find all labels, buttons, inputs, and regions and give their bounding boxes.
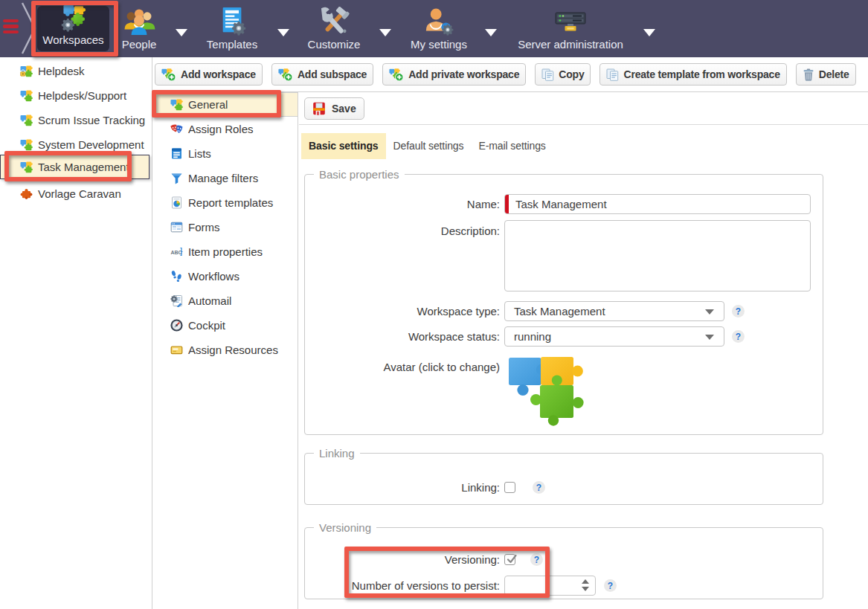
settings-menu-item-report-templates[interactable]: Report templates <box>152 190 298 215</box>
button-label: Copy <box>559 68 584 80</box>
settings-menu-label: Automail <box>188 294 231 307</box>
sidebar-item-helpdesk-support[interactable]: Helpdesk/Support <box>0 83 152 108</box>
copy-pages-icon <box>541 68 554 81</box>
workspace-type-help-icon[interactable]: ? <box>732 305 745 318</box>
customize-dropdown-caret-icon[interactable] <box>379 29 391 36</box>
nav-item-label: Customize <box>308 38 361 51</box>
theater-masks-icon <box>170 123 183 135</box>
sidebar-item-helpdesk[interactable]: Helpdesk <box>0 59 152 83</box>
save-row: Save <box>299 92 868 125</box>
add-subspace-puzzle-plus-icon <box>278 68 293 82</box>
templates-document-gear-icon <box>218 6 246 37</box>
settings-menu-label: Workflows <box>188 270 239 283</box>
linking-fieldset: Linking Linking: ? <box>304 447 823 505</box>
checkmark-icon <box>506 553 518 565</box>
versions-to-persist-row: Number of versions to persist: ? <box>305 576 823 596</box>
settings-menu-item-manage-filters[interactable]: Manage filters <box>152 166 298 190</box>
create-template-pages-icon <box>606 68 619 81</box>
settings-menu-item-forms[interactable]: Forms <box>152 215 298 239</box>
workspace-type-dropdown[interactable]: Task Management <box>504 301 724 321</box>
sidebar-item-label: System Development <box>38 138 144 151</box>
settings-menu-label: Item properties <box>188 245 263 258</box>
settings-menu-item-lists[interactable]: Lists <box>152 141 298 166</box>
versions-to-persist-input[interactable] <box>505 576 572 595</box>
sidebar-item-label: Task Management <box>38 161 129 173</box>
workspace-status-help-icon[interactable]: ? <box>732 330 745 343</box>
name-input[interactable] <box>504 194 811 214</box>
workspace-type-label: Workspace type: <box>305 305 503 318</box>
nav-item-templates[interactable]: Templates <box>196 0 268 57</box>
avatar-row: Avatar (click to change) <box>305 356 823 426</box>
footprints-icon <box>170 270 183 283</box>
workspace-sidebar: Helpdesk Helpdesk/Support Scrum Issue Tr… <box>0 57 152 609</box>
nav-item-label: People <box>122 38 157 51</box>
spinner-up-icon[interactable] <box>582 579 589 584</box>
mail-gear-icon <box>170 294 183 307</box>
linking-legend: Linking <box>314 447 360 460</box>
top-navbar: Workspaces People Templates Customize My… <box>0 0 868 57</box>
description-row: Description: <box>305 220 823 291</box>
nav-item-server-administration[interactable]: Server administration <box>510 0 631 57</box>
people-dropdown-caret-icon[interactable] <box>176 29 187 36</box>
save-floppy-icon <box>312 102 326 115</box>
workspace-avatar-image[interactable] <box>509 356 584 426</box>
sidebar-item-vorlage-caravan[interactable]: Vorlage Caravan <box>0 181 152 206</box>
description-label: Description: <box>305 220 503 237</box>
server-administration-dropdown-caret-icon[interactable] <box>643 29 655 36</box>
copy-button[interactable]: Copy <box>535 63 591 86</box>
settings-menu-item-item-properties[interactable]: Item properties <box>152 239 298 264</box>
tab-e-mail-settings[interactable]: E-mail settings <box>471 133 553 159</box>
description-textarea[interactable] <box>504 220 811 291</box>
puzzle-lock-icon <box>20 65 33 77</box>
button-label: Add subspace <box>298 68 367 80</box>
sidebar-item-label: Helpdesk/Support <box>38 89 126 102</box>
workspace-status-dropdown[interactable]: running <box>504 326 724 347</box>
tab-default-settings[interactable]: Default settings <box>386 133 472 159</box>
versioning-row: Versioning: ? <box>305 553 823 566</box>
save-button[interactable]: Save <box>304 97 364 120</box>
settings-menu-item-general[interactable]: General <box>152 92 298 117</box>
my-settings-dropdown-caret-icon[interactable] <box>485 29 497 36</box>
settings-menu-label: Forms <box>188 221 220 233</box>
add-subspace-button[interactable]: Add subspace <box>271 63 373 86</box>
settings-menu-item-cockpit[interactable]: Cockpit <box>152 313 298 338</box>
versioning-checkbox[interactable] <box>504 554 515 565</box>
nav-item-my-settings[interactable]: My settings <box>405 0 473 57</box>
add-private-workspace-puzzle-plus-icon <box>389 68 404 82</box>
funnel-icon <box>170 172 183 184</box>
sidebar-item-system-development[interactable]: System Development <box>0 132 152 157</box>
sidebar-item-task-management[interactable]: Task Management <box>0 155 150 179</box>
settings-menu-item-workflows[interactable]: Workflows <box>152 264 298 289</box>
tab-basic-settings[interactable]: Basic settings <box>301 133 386 159</box>
workspaces-puzzle-gear-icon <box>59 4 89 33</box>
versions-to-persist-field <box>504 576 596 596</box>
templates-dropdown-caret-icon[interactable] <box>277 29 289 36</box>
nav-item-workspaces[interactable]: Workspaces <box>37 6 109 51</box>
button-label: Save <box>332 103 356 115</box>
linking-help-icon[interactable]: ? <box>533 481 545 494</box>
versioning-fieldset: Versioning Versioning: ? Number of versi… <box>304 521 823 599</box>
settings-menu-label: Report templates <box>188 196 273 209</box>
hamburger-menu-icon[interactable] <box>3 19 19 33</box>
create-template-from-workspace-button[interactable]: Create template from workspace <box>599 63 786 86</box>
settings-menu-item-assign-roles[interactable]: Assign Roles <box>152 117 298 141</box>
resource-badge-icon <box>170 344 183 356</box>
versions-to-persist-help-icon[interactable]: ? <box>604 579 617 592</box>
add-private-workspace-button[interactable]: Add private workspace <box>382 63 526 86</box>
number-spinner[interactable] <box>582 579 589 591</box>
versions-to-persist-label: Number of versions to persist: <box>305 579 503 592</box>
nav-item-people[interactable]: People <box>112 0 167 57</box>
workspace-type-value: Task Management <box>514 305 605 318</box>
delete-button[interactable]: Delete <box>796 63 856 86</box>
button-label: Add workspace <box>181 68 256 80</box>
settings-menu-label: General <box>188 98 228 111</box>
spinner-down-icon[interactable] <box>582 587 589 591</box>
settings-menu-item-assign-resources[interactable]: Assign Resources <box>152 338 298 362</box>
versioning-help-icon[interactable]: ? <box>530 553 543 566</box>
sidebar-item-scrum-issue-tracking[interactable]: Scrum Issue Tracking <box>0 108 152 132</box>
linking-checkbox[interactable] <box>504 482 515 493</box>
settings-menu-item-automail[interactable]: Automail <box>152 289 298 313</box>
nav-item-customize[interactable]: Customize <box>299 0 369 57</box>
add-workspace-button[interactable]: Add workspace <box>155 63 263 86</box>
chevron-divider-icon <box>21 1 37 55</box>
